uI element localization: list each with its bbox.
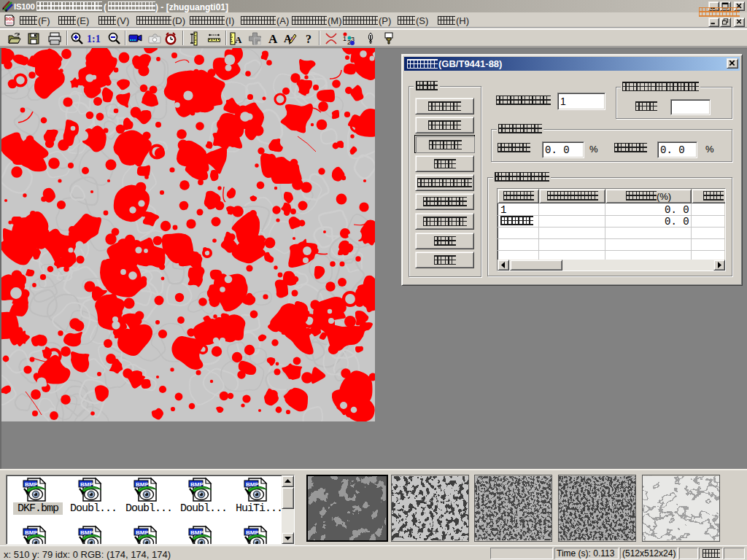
svg-text:A: A: [235, 34, 242, 45]
svg-text:A: A: [268, 32, 278, 46]
svg-text:1: 1: [343, 35, 347, 42]
svg-text:1:1: 1:1: [87, 34, 101, 44]
svg-text:?: ?: [306, 33, 311, 45]
svg-text:DOC: DOC: [6, 17, 15, 21]
